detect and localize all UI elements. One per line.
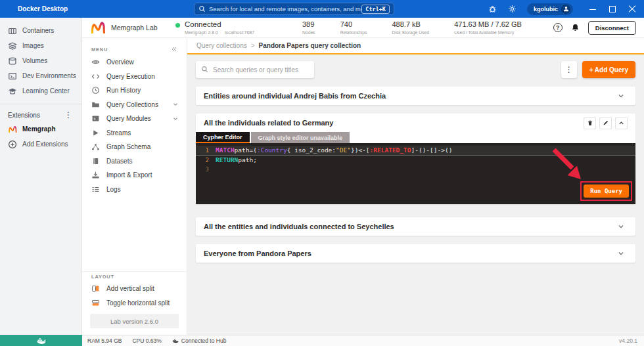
username: kgolubic	[534, 6, 558, 12]
stat-relationships: 740 Relationships	[340, 20, 367, 34]
window-close-icon[interactable]	[628, 5, 636, 13]
chevron-down-icon[interactable]	[172, 116, 179, 122]
titlebar-actions: kgolubic	[488, 0, 644, 18]
notifications-bell-icon[interactable]	[571, 23, 580, 32]
status-dot	[175, 23, 180, 28]
add-extensions-icon	[8, 140, 17, 149]
extensions-menu-kebab-icon[interactable]: ⋮	[62, 110, 75, 120]
stat-nodes: 389 Nodes	[302, 20, 315, 34]
query-card-germany: All the individuals related to Germany C…	[196, 114, 635, 204]
bug-report-icon[interactable]	[488, 4, 498, 14]
menu-item-query-collections[interactable]: Query Collections	[82, 98, 187, 112]
menu-item-datasets[interactable]: Datasets	[82, 154, 187, 169]
line-number: 3	[196, 166, 216, 173]
images-icon	[8, 41, 17, 51]
sidebar-item-containers[interactable]: Containers	[0, 23, 81, 38]
stat-disk: 488.7 kB Disk Storage Used	[392, 20, 429, 34]
help-icon[interactable]: ?	[553, 23, 563, 32]
modules-icon	[91, 114, 100, 123]
cypher-code-editor[interactable]: 1 MATCH path=(:Country { iso_2_code: "DE…	[196, 143, 635, 204]
volumes-icon	[8, 56, 17, 66]
chevron-down-icon[interactable]	[614, 221, 628, 232]
window-minimize-icon[interactable]	[589, 5, 597, 13]
whale-small-icon	[172, 338, 179, 343]
ram-usage: RAM 5.94 GB	[87, 337, 122, 344]
global-search[interactable]: Search for local and remote images, cont…	[194, 3, 394, 15]
menu-item-logs[interactable]: Logs	[82, 183, 187, 197]
db-stats: 389 Nodes 740 Relationships 488.7 kB Dis…	[302, 20, 522, 34]
tab-cypher-editor[interactable]: Cypher Editor	[196, 132, 250, 143]
sidebar-item-learning-center[interactable]: Learning Center	[0, 83, 81, 98]
menu-item-streams[interactable]: Streams	[82, 126, 187, 141]
containers-icon	[8, 26, 17, 35]
docker-statusbar: RAM 5.94 GB CPU 0.63% Connected to Hub v…	[0, 335, 644, 346]
lab-version-button[interactable]: Lab version 2.6.0	[90, 314, 179, 328]
sidebar-item-memgraph[interactable]: Memgraph	[0, 121, 81, 137]
menu-item-query-modules[interactable]: Query Modules	[82, 112, 187, 126]
collection-kebab-icon[interactable]: ⋮	[561, 61, 577, 78]
status-text: Connected	[185, 20, 254, 29]
connection-status: Connected Memgraph 2.8.0 localhost:7687	[175, 20, 284, 35]
play-icon	[91, 129, 100, 137]
collection-toolbar: ⋮ + Add Query	[196, 61, 635, 78]
collapse-menu-icon[interactable]	[171, 46, 177, 53]
edit-query-button[interactable]	[599, 117, 612, 129]
query-search-input[interactable]	[196, 61, 314, 78]
add-query-button[interactable]: + Add Query	[582, 61, 635, 78]
server-version: Memgraph 2.8.0	[185, 30, 218, 35]
docker-version: v4.20.1	[619, 337, 637, 344]
breadcrumb-current: Pandora Papers query collection	[259, 42, 361, 49]
chevron-down-icon[interactable]	[614, 248, 628, 259]
menu-item-overview[interactable]: Overview	[82, 55, 187, 70]
code-icon	[91, 72, 100, 81]
folder-icon	[91, 100, 100, 109]
lab-title: Memgraph Lab	[111, 24, 169, 32]
global-search-placeholder: Search for local and remote images, cont…	[209, 5, 361, 12]
query-card-header[interactable]: All the entities and individuals connect…	[196, 217, 635, 236]
query-card-header[interactable]: Entities around individual Andrej Babis …	[196, 87, 635, 105]
menu-item-add-vertical-split[interactable]: Add vertical split	[82, 282, 187, 296]
dev-environments-icon	[8, 72, 17, 81]
docker-titlebar: Docker Desktop Search for local and remo…	[0, 0, 644, 18]
menu-item-graph-schema[interactable]: Graph Schema	[82, 140, 187, 154]
tab-graph-style-editor: Graph style editor unavailable	[251, 132, 350, 143]
docker-whale-button[interactable]	[0, 335, 82, 346]
search-shortcut-badge: Ctrl+K	[361, 5, 390, 14]
sidebar-item-images[interactable]: Images	[0, 38, 81, 53]
sidebar-item-add-extensions[interactable]: Add Extensions	[0, 137, 81, 152]
query-card-header[interactable]: All the individuals related to Germany	[196, 114, 635, 132]
collapse-query-button[interactable]	[615, 117, 628, 129]
menu-item-run-history[interactable]: Run History	[82, 83, 187, 98]
lab-menu-sidebar: MENU Overview Query Execution Run Histor…	[82, 38, 187, 335]
sidebar-item-dev-environments[interactable]: Dev Environments BETA	[0, 68, 81, 83]
query-card-czechia: Entities around individual Andrej Babis …	[196, 87, 635, 105]
menu-item-toggle-horizontal-split[interactable]: Toggle horizontal split	[82, 296, 187, 311]
import-export-icon	[91, 171, 100, 179]
annotation-highlight-box: Run Query	[580, 181, 632, 201]
code-line: 1 MATCH path=(:Country { iso_2_code: "DE…	[196, 146, 635, 156]
disconnect-button[interactable]: Disconnect	[588, 21, 636, 35]
whale-icon	[36, 337, 46, 345]
run-query-button[interactable]: Run Query	[584, 184, 629, 198]
delete-query-button[interactable]	[584, 117, 596, 129]
menu-item-query-execution[interactable]: Query Execution	[82, 70, 187, 84]
learning-center-icon	[8, 87, 17, 96]
chevron-down-icon[interactable]	[614, 91, 628, 101]
breadcrumb-parent[interactable]: Query collections	[196, 42, 247, 49]
code-line: 2 RETURN path;	[196, 156, 635, 165]
vertical-split-icon	[91, 284, 100, 293]
menu-item-import-export[interactable]: Import & Export	[82, 168, 187, 183]
line-number: 2	[196, 157, 216, 163]
hub-connection-label: Connected to Hub	[181, 337, 227, 344]
user-account-chip[interactable]: kgolubic	[527, 3, 573, 15]
query-card-header[interactable]: Everyone from Pandora Papers	[196, 244, 635, 263]
chevron-down-icon[interactable]	[172, 101, 179, 108]
window-maximize-icon[interactable]	[609, 5, 616, 13]
sidebar-item-volumes[interactable]: Volumes	[0, 53, 81, 68]
settings-gear-icon[interactable]	[507, 4, 518, 14]
hub-connection[interactable]: Connected to Hub	[172, 337, 227, 344]
lab-header: Memgraph Lab Connected Memgraph 2.8.0 lo…	[82, 18, 644, 38]
avatar-icon	[561, 5, 570, 14]
server-host: localhost:7687	[225, 30, 254, 35]
query-title: All the entities and individuals connect…	[204, 223, 614, 230]
